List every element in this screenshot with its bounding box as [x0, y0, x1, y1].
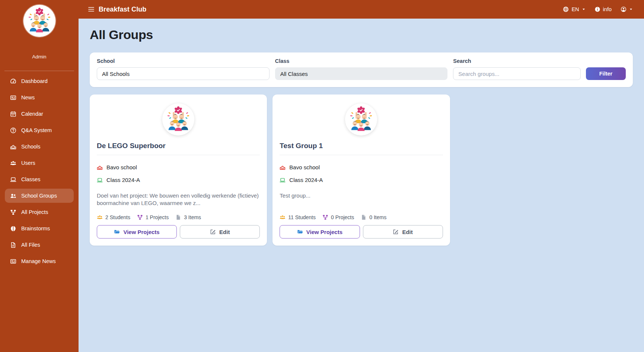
edit-pencil-icon: [393, 229, 399, 235]
sidebar-item-schools[interactable]: Schools: [5, 140, 74, 154]
class-filter-field: Class All Classes: [275, 58, 448, 80]
card-divider: [97, 155, 260, 155]
sidebar-item-all-projects[interactable]: All Projects: [5, 205, 74, 219]
students-count: 2 Students: [105, 214, 130, 220]
search-input[interactable]: [453, 67, 581, 80]
folder-open-icon: [297, 229, 303, 235]
group-school-row: Bavo school: [97, 164, 260, 170]
group-class-row: Class 2024-A: [280, 177, 443, 183]
view-projects-button[interactable]: View Projects: [280, 225, 360, 239]
group-title: Test Group 1: [280, 142, 443, 150]
projects-count: 1 Projects: [146, 214, 169, 220]
filter-panel: School All Schools Class All Classes Sea…: [90, 52, 633, 87]
class-select: All Classes: [275, 67, 448, 80]
view-projects-label: View Projects: [306, 229, 342, 235]
sidebar-item-news[interactable]: News: [5, 90, 74, 105]
filter-button[interactable]: Filter: [586, 67, 626, 80]
sidebar-item-manage-news[interactable]: Manage News: [5, 254, 74, 268]
school-filter-field: School All Schools: [97, 58, 270, 80]
sidebar-item-label: Calendar: [21, 111, 43, 117]
user-group-icon: [10, 193, 16, 199]
edit-label: Edit: [219, 229, 230, 235]
sidebar-item-dashboard[interactable]: Dashboard: [5, 74, 74, 88]
sidebar-item-label: Brainstorms: [21, 225, 50, 231]
sidebar-item-label: All Files: [21, 242, 40, 248]
info-circle-icon: [594, 6, 600, 12]
group-class-row: Class 2024-A: [97, 177, 260, 183]
sidebar-item-brainstorms[interactable]: Brainstorms: [5, 221, 74, 236]
file-icon: [361, 214, 367, 220]
sidebar-item-users[interactable]: Users: [5, 156, 74, 170]
card-actions: View Projects Edit: [97, 225, 260, 239]
group-school: Bavo school: [289, 164, 320, 170]
user-circle-icon: [621, 6, 627, 12]
group-card: De LEGO Superboor Bavo school Class 2024…: [90, 95, 267, 246]
sidebar-item-label: Q&A System: [21, 127, 52, 133]
app-title: Breakfast Club: [99, 6, 146, 13]
language-label: EN: [571, 6, 579, 12]
group-title: De LEGO Superboor: [97, 142, 260, 150]
edit-label: Edit: [402, 229, 412, 235]
view-projects-button[interactable]: View Projects: [97, 225, 177, 239]
class-filter-label: Class: [275, 58, 448, 64]
search-filter-label: Search: [453, 58, 626, 64]
sidebar-item-calendar[interactable]: Calendar: [5, 107, 74, 121]
profile-dropdown[interactable]: [621, 6, 633, 12]
language-dropdown[interactable]: EN: [563, 6, 585, 12]
sidebar-item-label: All Projects: [21, 209, 48, 215]
sidebar-item-label: Dashboard: [21, 78, 48, 84]
items-stat: 0 Items: [361, 214, 386, 220]
school-select[interactable]: All Schools: [97, 67, 270, 80]
students-stat: 2 Students: [97, 214, 130, 220]
items-stat: 3 Items: [175, 214, 201, 220]
dashboard-icon: [10, 78, 16, 84]
sidebar-item-all-files[interactable]: All Files: [5, 238, 74, 252]
students-icon: [280, 214, 286, 220]
school-icon: [280, 164, 286, 170]
main-column: Breakfast Club EN info All Groups: [79, 0, 644, 352]
group-cards-grid: De LEGO Superboor Bavo school Class 2024…: [90, 95, 633, 246]
folder-open-icon: [114, 229, 120, 235]
hamburger-menu-icon[interactable]: [88, 7, 94, 12]
edit-button[interactable]: Edit: [180, 225, 260, 239]
sidebar-item-label: School Groups: [21, 193, 57, 199]
students-count: 11 Students: [288, 214, 316, 220]
items-count: 3 Items: [184, 214, 201, 220]
edit-button[interactable]: Edit: [363, 225, 443, 239]
card-actions: View Projects Edit: [280, 225, 443, 239]
class-select-value: All Classes: [280, 71, 308, 77]
laptop-icon: [10, 176, 16, 183]
calendar-icon: [10, 111, 16, 117]
app-root: Admin Dashboard News Calendar Q&A System…: [0, 0, 644, 352]
school-icon: [97, 164, 103, 170]
projects-stat: 0 Projects: [322, 214, 354, 220]
newspaper-icon: [10, 258, 16, 265]
brain-icon: [10, 225, 16, 232]
laptop-icon: [280, 177, 286, 183]
file-icon: [175, 214, 181, 220]
info-link[interactable]: info: [594, 6, 612, 12]
edit-pencil-icon: [210, 229, 216, 235]
school-select-value: All Schools: [102, 71, 130, 77]
group-avatar: [345, 103, 377, 135]
students-icon: [97, 214, 103, 220]
group-description: Doel van het project: We bouwen een voll…: [97, 192, 260, 207]
group-avatar: [162, 103, 194, 135]
group-school-row: Bavo school: [280, 164, 443, 170]
page-title: All Groups: [90, 28, 633, 42]
info-label: info: [603, 6, 612, 12]
sidebar-item-qa-system[interactable]: Q&A System: [5, 123, 74, 137]
projects-stat: 1 Projects: [137, 214, 169, 220]
sidebar-item-school-groups[interactable]: School Groups: [5, 189, 74, 203]
view-projects-label: View Projects: [123, 229, 159, 235]
sidebar-item-classes[interactable]: Classes: [5, 172, 74, 186]
project-diagram-icon: [10, 209, 16, 215]
topbar: Breakfast Club EN info: [79, 0, 644, 19]
group-class: Class 2024-A: [289, 177, 323, 183]
group-stats: 2 Students 1 Projects 3 Items: [97, 214, 260, 220]
sidebar-item-label: News: [21, 95, 35, 100]
file-icon: [10, 242, 16, 248]
chevron-down-icon: [629, 7, 633, 11]
school-icon: [10, 144, 16, 150]
sidebar-nav: Dashboard News Calendar Q&A System Schoo…: [0, 74, 79, 271]
